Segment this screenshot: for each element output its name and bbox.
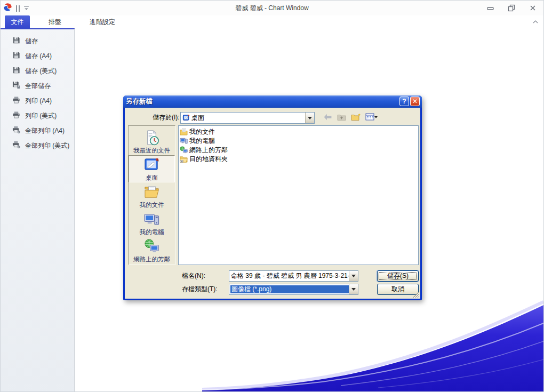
sidebar-item-label: 儲存 [25,37,38,46]
sidebar-item-print-us[interactable]: 列印 (美式) [1,108,74,123]
file-list-item-my-documents[interactable]: 我的文件 [180,127,417,137]
tab-chart[interactable]: 排盤 [38,15,71,28]
app-titlebar: 碧威 碧威 - Chart Window [1,1,543,15]
place-network[interactable]: 網路上的芳鄰 [129,237,175,264]
sidebar-item-save-a4[interactable]: 儲存 (A4) [1,49,74,63]
sidebar-item-label: 全部儲存 [25,82,51,91]
save-icon [12,66,20,76]
print-all-icon [12,126,20,135]
minimize-icon[interactable] [486,4,494,12]
window-controls [486,1,537,15]
close-icon[interactable] [529,4,537,12]
sidebar-item-save[interactable]: 儲存 [1,34,74,49]
ribbon-tabbar: 文件 排盤 進階設定 [1,15,543,28]
place-recent-documents[interactable]: 我最近的文件 [129,128,175,155]
places-bar: 我最近的文件 桌面 我的文件 我的電腦 網路上的芳鄰 [128,125,175,265]
file-name-combobox[interactable]: 命格 39 歲 - 碧威 碧威 男 農曆 1975-3-21-子 [229,270,358,282]
my-computer-icon [143,211,160,228]
dialog-body: 儲存於(I): 桌面 [125,108,420,299]
place-label: 網路上的芳鄰 [133,256,170,262]
place-label: 我最近的文件 [133,147,170,154]
sidebar-item-label: 全部列印 (美式) [25,141,69,150]
sidebar-item-label: 列印 (美式) [25,111,57,121]
tab-advanced-settings[interactable]: 進階設定 [80,15,125,28]
save-in-combobox[interactable]: 桌面 [180,112,315,124]
file-type-label: 存檔類型(T): [182,284,218,295]
file-name-dropdown-icon[interactable] [349,271,358,281]
file-list[interactable]: 我的文件 我的電腦 網路上的芳鄰 目的地資料夾 [178,125,419,265]
print-icon [12,111,20,121]
file-menu-sidebar: 儲存 儲存 (A4) 儲存 (美式) 全部儲存 列印 (A4) 列印 (美式) [1,28,75,391]
app-window: 碧威 碧威 - Chart Window 文件 排盤 進階設定 儲存 [0,0,544,392]
my-documents-icon [143,184,160,201]
save-all-icon [12,81,20,91]
file-list-label: 我的文件 [189,127,215,137]
views-icon[interactable] [365,113,378,121]
save-in-value: 桌面 [181,114,305,123]
resize-grip[interactable] [413,292,420,299]
network-icon [180,146,188,154]
place-desktop[interactable]: 桌面 [129,155,175,182]
network-places-icon [143,238,160,255]
help-button[interactable]: ? [399,97,409,106]
up-folder-icon[interactable] [337,113,346,121]
sidebar-item-print-all-us[interactable]: 全部列印 (美式) [1,138,74,153]
file-list-label: 目的地資料夾 [189,155,228,164]
recent-documents-icon [143,130,160,146]
save-in-dropdown-icon[interactable] [305,113,314,123]
file-list-item-my-computer[interactable]: 我的電腦 [180,137,417,146]
tab-file[interactable]: 文件 [5,15,30,28]
file-list-item-destination-folder[interactable]: 目的地資料夾 [180,155,417,164]
place-label: 我的文件 [140,202,164,208]
save-in-label: 儲存於(I): [153,112,180,123]
background-swoosh-decoration [202,290,543,391]
place-my-documents[interactable]: 我的文件 [129,182,175,210]
sidebar-item-label: 全部列印 (A4) [25,126,65,135]
sidebar-item-label: 儲存 (美式) [25,67,57,76]
file-name-value[interactable]: 命格 39 歲 - 碧威 碧威 男 農曆 1975-3-21-子 [229,271,349,281]
sidebar-item-save-all[interactable]: 全部儲存 [1,78,74,93]
file-list-label: 我的電腦 [189,137,215,146]
desktop-icon [182,114,190,122]
computer-icon [180,137,188,145]
file-type-combobox[interactable]: 圖像檔 (*.png) [229,284,358,295]
folder-destination-icon [180,155,188,163]
save-button[interactable]: 儲存(S) [377,270,419,282]
file-list-label: 網路上的芳鄰 [189,146,228,155]
file-type-value[interactable]: 圖像檔 (*.png) [230,285,349,293]
save-icon [12,51,20,61]
sidebar-item-save-us[interactable]: 儲存 (美式) [1,63,74,78]
save-as-dialog: 另存新檔 ? ✕ 儲存於(I): 桌面 [123,95,422,300]
sidebar-item-label: 儲存 (A4) [25,52,52,61]
dialog-close-button[interactable]: ✕ [410,97,420,106]
sidebar-item-label: 列印 (A4) [25,97,52,106]
folder-documents-icon [180,128,188,136]
sidebar-item-print-all-a4[interactable]: 全部列印 (A4) [1,123,74,138]
dialog-toolbar [323,113,378,121]
sidebar-item-print-a4[interactable]: 列印 (A4) [1,93,74,108]
collapse-ribbon-icon[interactable] [532,18,539,27]
desktop-icon [143,157,160,173]
save-icon [12,36,20,46]
back-icon[interactable] [323,113,332,121]
file-name-label: 檔名(N): [182,270,205,282]
place-label: 我的電腦 [140,229,164,235]
place-my-computer[interactable]: 我的電腦 [129,210,175,237]
window-title: 碧威 碧威 - Chart Window [1,1,543,15]
file-type-dropdown-icon[interactable] [349,284,358,294]
place-label: 桌面 [146,174,158,181]
print-icon [12,96,20,106]
dialog-title: 另存新檔 [126,97,153,106]
new-folder-icon[interactable] [351,113,361,121]
print-all-icon [12,141,20,150]
file-list-item-network[interactable]: 網路上的芳鄰 [180,146,417,155]
dialog-titlebar[interactable]: 另存新檔 ? ✕ [123,95,422,108]
restore-icon[interactable] [507,4,516,12]
